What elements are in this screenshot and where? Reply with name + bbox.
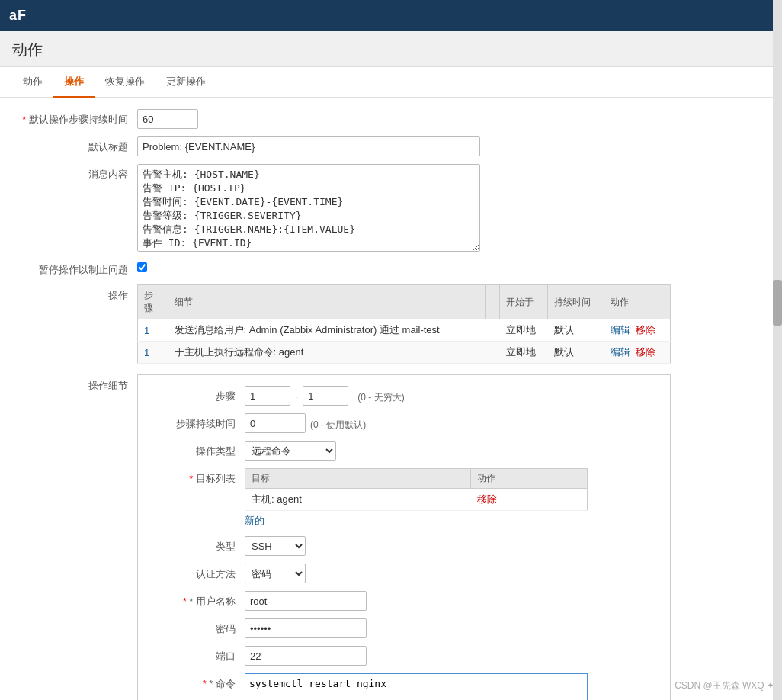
operations-label: 操作 [15, 284, 137, 303]
operation-type-select[interactable]: 远程命令 发送消息 [245, 441, 336, 461]
target-table: 目标 动作 主机: agent 移除 [245, 468, 588, 511]
step-range: - (0 - 无穷大) [245, 386, 405, 406]
step-from-input[interactable] [245, 386, 290, 406]
row2-step: 1 [138, 342, 168, 364]
target-col-target: 目标 [245, 469, 471, 489]
operation-type-row: 操作类型 远程命令 发送消息 [153, 441, 655, 461]
auth-label: 认证方法 [153, 564, 245, 581]
scrollbar[interactable] [773, 0, 782, 700]
row2-edit-link[interactable]: 编辑 [611, 346, 630, 358]
new-target-link[interactable]: 新的 [245, 514, 264, 528]
detail-step-duration-input[interactable] [245, 413, 306, 433]
type-label: 类型 [153, 536, 245, 554]
auth-select[interactable]: 密码 公钥 [245, 564, 306, 583]
message-content-textarea[interactable]: 告警主机: {HOST.NAME} 告警 IP: {HOST.IP} 告警时间:… [137, 164, 480, 252]
logo: aF [9, 8, 27, 24]
row2-detail: 于主机上执行远程命令: agent [168, 342, 486, 364]
detail-box: 步骤 - (0 - 无穷大) 步骤持续时间 (0 - 使用默认) 操作类型 [137, 374, 671, 700]
row1-step-link[interactable]: 1 [144, 325, 149, 336]
password-input[interactable] [245, 618, 367, 638]
type-row: 类型 SSH Telnet 自定义脚本 IPMI [153, 536, 655, 556]
operation-detail-section: 操作细节 步骤 - (0 - 无穷大) 步骤持续时间 (0 - 使用默认) [15, 374, 767, 700]
username-row: * 用户名称 [153, 591, 655, 611]
tab-operation[interactable]: 操作 [53, 67, 95, 98]
pause-label: 暂停操作以制止问题 [15, 259, 137, 277]
step-to-input[interactable] [303, 386, 348, 406]
pause-checkbox[interactable] [137, 262, 147, 272]
message-content-row: 消息内容 告警主机: {HOST.NAME} 告警 IP: {HOST.IP} … [15, 164, 767, 252]
pause-checkbox-wrap [137, 259, 147, 272]
step-duration-input[interactable] [137, 109, 198, 129]
target-list-wrap: 目标 动作 主机: agent 移除 [245, 468, 588, 528]
table-row: 1 发送消息给用户: Admin (Zabbix Administrator) … [138, 319, 671, 342]
row1-extra [486, 319, 500, 342]
detail-step-row: 步骤 - (0 - 无穷大) [153, 386, 655, 406]
message-content-label: 消息内容 [15, 164, 137, 181]
target-host-label: 主机: agent [245, 489, 471, 511]
tab-recovery[interactable]: 恢复操作 [95, 67, 155, 98]
watermark: CSDN @王先森 WXQ ✦ [675, 679, 774, 692]
row2-extra [486, 342, 500, 364]
row2-actions: 编辑 移除 [604, 342, 671, 364]
detail-step-duration-label: 步骤持续时间 [153, 413, 245, 431]
col-start: 开始于 [500, 285, 548, 319]
row1-step: 1 [138, 319, 168, 342]
target-row: 主机: agent 移除 [245, 489, 588, 511]
type-select[interactable]: SSH Telnet 自定义脚本 IPMI [245, 536, 306, 556]
row2-duration: 默认 [548, 342, 604, 364]
operation-type-label: 操作类型 [153, 441, 245, 458]
target-col-action: 动作 [471, 469, 588, 489]
row2-start: 立即地 [500, 342, 548, 364]
detail-step-label: 步骤 [153, 386, 245, 403]
row2-step-link[interactable]: 1 [144, 347, 149, 358]
step-duration-label: 默认操作步骤持续时间 [15, 109, 137, 127]
tab-action[interactable]: 动作 [12, 67, 53, 98]
step-duration-hint: (0 - 使用默认) [310, 415, 366, 432]
command-textarea[interactable]: systemctl restart nginx [245, 673, 588, 700]
detail-step-duration-row: 步骤持续时间 (0 - 使用默认) [153, 413, 655, 433]
tabs-bar: 动作 操作 恢复操作 更新操作 [0, 67, 782, 98]
default-subject-input[interactable] [137, 136, 480, 156]
command-label: * 命令 [153, 673, 245, 691]
command-row: * 命令 systemctl restart nginx [153, 673, 655, 700]
row1-actions: 编辑 移除 [604, 319, 671, 342]
page-title: 动作 [0, 31, 782, 67]
auth-row: 认证方法 密码 公钥 [153, 564, 655, 583]
col-empty [486, 285, 500, 319]
row1-start: 立即地 [500, 319, 548, 342]
target-remove-link[interactable]: 移除 [477, 493, 497, 505]
row1-edit-link[interactable]: 编辑 [611, 324, 630, 336]
step-duration-row: 默认操作步骤持续时间 [15, 109, 767, 129]
target-remove-cell: 移除 [471, 489, 588, 511]
row2-remove-link[interactable]: 移除 [636, 346, 655, 358]
password-label: 密码 [153, 618, 245, 636]
row1-remove-link[interactable]: 移除 [636, 324, 655, 336]
default-subject-label: 默认标题 [15, 136, 137, 154]
row1-detail: 发送消息给用户: Admin (Zabbix Administrator) 通过… [168, 319, 486, 342]
top-bar: aF [0, 0, 782, 31]
row1-duration: 默认 [548, 319, 604, 342]
col-step: 步骤 [138, 285, 168, 319]
detail-section-label: 操作细节 [15, 374, 137, 393]
step-separator: - [295, 390, 298, 402]
target-list-row: 目标列表 目标 动作 主机: agent [153, 468, 655, 528]
default-subject-row: 默认标题 [15, 136, 767, 156]
col-detail: 细节 [168, 285, 486, 319]
username-label: * 用户名称 [153, 591, 245, 608]
port-input[interactable] [245, 646, 367, 666]
col-duration: 持续时间 [548, 285, 604, 319]
col-action: 动作 [604, 285, 671, 319]
tab-update[interactable]: 更新操作 [155, 67, 216, 98]
step-duration-wrap: (0 - 使用默认) [245, 413, 366, 433]
step-hint: (0 - 无穷大) [357, 387, 404, 404]
pause-row: 暂停操作以制止问题 [15, 259, 767, 277]
operations-section: 操作 步骤 细节 开始于 持续时间 动作 1 发送消息给用户: Admin (Z… [15, 284, 767, 364]
form-area: 默认操作步骤持续时间 默认标题 消息内容 告警主机: {HOST.NAME} 告… [0, 98, 782, 700]
username-input[interactable] [245, 591, 367, 611]
scrollbar-thumb[interactable] [773, 280, 782, 326]
password-row: 密码 [153, 618, 655, 638]
table-row: 1 于主机上执行远程命令: agent 立即地 默认 编辑 移除 [138, 342, 671, 364]
port-label: 端口 [153, 646, 245, 663]
operations-table: 步骤 细节 开始于 持续时间 动作 1 发送消息给用户: Admin (Zabb… [137, 284, 671, 364]
target-list-label: 目标列表 [153, 468, 245, 486]
